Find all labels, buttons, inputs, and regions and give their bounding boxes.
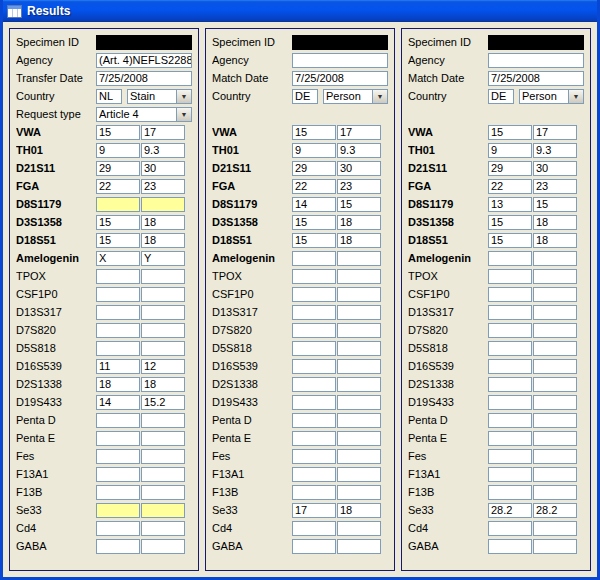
allele-1-field[interactable] — [488, 413, 532, 428]
allele-1-field[interactable]: 15 — [292, 125, 336, 140]
allele-2-field[interactable] — [337, 287, 381, 302]
allele-2-field[interactable]: 28.2 — [533, 503, 577, 518]
allele-2-field[interactable] — [337, 269, 381, 284]
allele-2-field[interactable] — [533, 377, 577, 392]
allele-1-field[interactable]: X — [96, 251, 140, 266]
agency-field[interactable]: (Art. 4)NEFLS2288 — [96, 53, 192, 68]
allele-2-field[interactable] — [337, 485, 381, 500]
allele-2-field[interactable]: 30 — [141, 161, 185, 176]
allele-1-field[interactable] — [292, 521, 336, 536]
allele-1-field[interactable] — [488, 395, 532, 410]
allele-1-field[interactable] — [96, 269, 140, 284]
allele-1-field[interactable]: 15 — [488, 233, 532, 248]
allele-2-field[interactable] — [141, 485, 185, 500]
allele-1-field[interactable] — [292, 323, 336, 338]
allele-2-field[interactable] — [533, 485, 577, 500]
allele-2-field[interactable] — [141, 269, 185, 284]
allele-1-field[interactable] — [488, 431, 532, 446]
allele-1-field[interactable] — [96, 413, 140, 428]
allele-2-field[interactable] — [533, 251, 577, 266]
allele-1-field[interactable] — [488, 251, 532, 266]
allele-1-field[interactable]: 17 — [292, 503, 336, 518]
country-code-field[interactable]: DE — [488, 89, 514, 104]
allele-2-field[interactable] — [337, 341, 381, 356]
allele-2-field[interactable] — [141, 449, 185, 464]
allele-2-field[interactable]: 17 — [533, 125, 577, 140]
allele-1-field[interactable]: 15 — [488, 215, 532, 230]
allele-2-field[interactable] — [337, 377, 381, 392]
allele-2-field[interactable] — [533, 323, 577, 338]
allele-2-field[interactable] — [533, 431, 577, 446]
allele-1-field[interactable] — [292, 395, 336, 410]
allele-2-field[interactable] — [141, 431, 185, 446]
allele-2-field[interactable] — [533, 359, 577, 374]
match-date-field[interactable]: 7/25/2008 — [488, 71, 584, 86]
allele-2-field[interactable] — [533, 413, 577, 428]
allele-1-field[interactable] — [96, 539, 140, 554]
allele-2-field[interactable] — [141, 539, 185, 554]
specimen-id-field[interactable] — [292, 35, 388, 50]
allele-1-field[interactable] — [488, 377, 532, 392]
allele-2-field[interactable]: 18 — [337, 233, 381, 248]
transfer-date-field[interactable]: 7/25/2008 — [96, 71, 192, 86]
allele-2-field[interactable] — [337, 431, 381, 446]
allele-1-field[interactable]: 15 — [96, 125, 140, 140]
allele-1-field[interactable] — [96, 503, 140, 518]
allele-1-field[interactable] — [488, 485, 532, 500]
allele-1-field[interactable]: 29 — [488, 161, 532, 176]
allele-2-field[interactable] — [141, 467, 185, 482]
specimen-category-combo[interactable]: Stain▼ — [127, 89, 192, 104]
allele-2-field[interactable]: 18 — [337, 503, 381, 518]
allele-2-field[interactable]: 15 — [533, 197, 577, 212]
allele-2-field[interactable]: 18 — [141, 377, 185, 392]
allele-2-field[interactable]: 15.2 — [141, 395, 185, 410]
allele-2-field[interactable] — [533, 539, 577, 554]
specimen-id-field[interactable] — [488, 35, 584, 50]
allele-2-field[interactable] — [141, 341, 185, 356]
allele-2-field[interactable]: 18 — [533, 233, 577, 248]
allele-2-field[interactable]: Y — [141, 251, 185, 266]
allele-1-field[interactable]: 11 — [96, 359, 140, 374]
allele-2-field[interactable] — [141, 503, 185, 518]
allele-2-field[interactable] — [533, 521, 577, 536]
allele-2-field[interactable]: 18 — [337, 215, 381, 230]
allele-1-field[interactable] — [488, 539, 532, 554]
allele-1-field[interactable] — [292, 377, 336, 392]
allele-2-field[interactable]: 17 — [141, 125, 185, 140]
allele-2-field[interactable] — [141, 287, 185, 302]
agency-field[interactable] — [292, 53, 388, 68]
allele-2-field[interactable] — [533, 341, 577, 356]
allele-2-field[interactable] — [141, 305, 185, 320]
allele-1-field[interactable] — [292, 251, 336, 266]
allele-2-field[interactable] — [337, 413, 381, 428]
allele-1-field[interactable]: 9 — [488, 143, 532, 158]
allele-2-field[interactable]: 18 — [533, 215, 577, 230]
allele-1-field[interactable] — [292, 269, 336, 284]
specimen-id-field[interactable] — [96, 35, 192, 50]
allele-2-field[interactable] — [533, 269, 577, 284]
allele-2-field[interactable] — [337, 395, 381, 410]
allele-1-field[interactable] — [292, 431, 336, 446]
allele-1-field[interactable] — [96, 341, 140, 356]
allele-1-field[interactable] — [96, 287, 140, 302]
allele-2-field[interactable] — [337, 305, 381, 320]
allele-1-field[interactable]: 15 — [488, 125, 532, 140]
allele-2-field[interactable] — [533, 287, 577, 302]
request-type-combo[interactable]: Article 4▼ — [96, 107, 192, 122]
allele-2-field[interactable] — [337, 323, 381, 338]
allele-1-field[interactable] — [488, 341, 532, 356]
allele-2-field[interactable]: 9.3 — [141, 143, 185, 158]
allele-1-field[interactable] — [488, 521, 532, 536]
allele-1-field[interactable] — [96, 485, 140, 500]
allele-1-field[interactable] — [96, 521, 140, 536]
allele-1-field[interactable]: 28.2 — [488, 503, 532, 518]
chevron-down-icon[interactable]: ▼ — [176, 90, 191, 103]
allele-2-field[interactable]: 9.3 — [337, 143, 381, 158]
chevron-down-icon[interactable]: ▼ — [372, 90, 387, 103]
allele-2-field[interactable]: 30 — [533, 161, 577, 176]
allele-2-field[interactable]: 15 — [337, 197, 381, 212]
allele-1-field[interactable] — [488, 449, 532, 464]
chevron-down-icon[interactable]: ▼ — [568, 90, 583, 103]
allele-2-field[interactable]: 23 — [533, 179, 577, 194]
allele-1-field[interactable]: 22 — [488, 179, 532, 194]
